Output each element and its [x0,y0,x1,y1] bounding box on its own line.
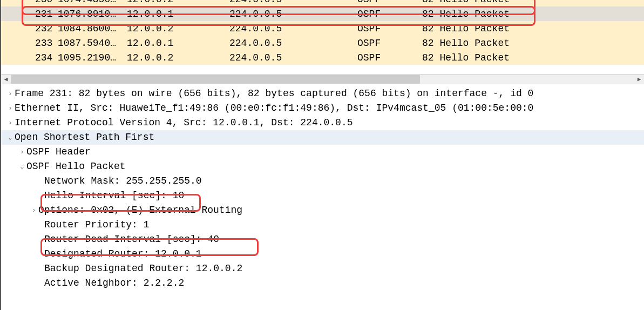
horizontal-scrollbar[interactable]: ◀ ▶ [1,74,644,84]
cell-proto: OSPF [357,22,422,36]
tree-label: Internet Protocol Version 4, Src: 12.0.0… [15,116,353,130]
cell-no: 233 [35,36,58,50]
cell-time: 1074.4850… [58,0,127,6]
tree-label: OSPF Hello Packet [26,159,126,174]
tree-leaf-active-neighbor[interactable]: Active Neighbor: 2.2.2.2 [1,276,644,291]
table-row [1,65,644,68]
table-row[interactable]: 233 1087.5940… 12.0.0.1 224.0.0.5 OSPF 8… [1,36,644,50]
cell-info: 82 Hello Packet [422,22,644,36]
tree-label: Open Shortest Path First [15,130,154,145]
tree-node-frame[interactable]: › Frame 231: 82 bytes on wire (656 bits)… [1,86,644,101]
chevron-down-icon[interactable]: ⌄ [18,159,26,174]
cell-info: 82 Hello Packet [422,0,644,6]
table-row[interactable]: 231 1076.8910… 12.0.0.1 224.0.0.5 OSPF 8… [1,6,644,21]
cell-no: 230 [35,0,58,6]
packet-list[interactable]: 230 1074.4850… 12.0.0.2 224.0.0.5 OSPF 8… [1,0,644,74]
cell-time: 1084.8600… [58,22,127,36]
cell-src: 12.0.0.1 [127,36,229,50]
cell-no: 231 [35,7,58,21]
chevron-right-icon[interactable]: › [18,145,26,159]
cell-proto: OSPF [357,36,422,50]
tree-label: Router Priority: 1 [44,218,149,232]
tree-label: Hello Interval [sec]: 10 [44,188,184,203]
cell-src: 12.0.0.2 [127,0,229,6]
tree-label: Designated Router: 12.0.0.1 [44,247,202,261]
cell-time: 1087.5940… [58,36,127,50]
tree-leaf-dead-interval[interactable]: Router Dead Interval [sec]: 40 [1,232,644,247]
chevron-right-icon[interactable]: › [30,203,38,218]
cell-no: 232 [35,22,58,36]
cell-proto: OSPF [357,0,422,6]
cell-src: 12.0.0.1 [127,7,229,21]
tree-label: Network Mask: 255.255.255.0 [44,174,202,188]
chevron-right-icon[interactable]: › [6,86,15,101]
cell-no: 234 [35,51,58,65]
cell-dst: 224.0.0.5 [229,0,357,6]
tree-label: Options: 0x02, (E) External Routing [38,203,242,218]
tree-leaf-designated-router[interactable]: Designated Router: 12.0.0.1 [1,247,644,261]
cell-info: 82 Hello Packet [422,51,644,65]
table-row[interactable]: 232 1084.8600… 12.0.0.2 224.0.0.5 OSPF 8… [1,21,644,36]
packet-details[interactable]: › Frame 231: 82 bytes on wire (656 bits)… [1,84,644,291]
tree-label: Frame 231: 82 bytes on wire (656 bits), … [15,86,533,101]
cell-dst: 224.0.0.5 [229,51,357,65]
tree-label: Active Neighbor: 2.2.2.2 [44,276,184,291]
tree-node-ethernet[interactable]: › Ethernet II, Src: HuaweiTe_f1:49:86 (0… [1,101,644,116]
table-row[interactable]: 230 1074.4850… 12.0.0.2 224.0.0.5 OSPF 8… [1,0,644,6]
cell-info: 82 Hello Packet [422,36,644,50]
cell-dst: 224.0.0.5 [229,7,357,21]
cell-time: 1076.8910… [58,7,127,21]
tree-leaf-hello-interval[interactable]: Hello Interval [sec]: 10 [1,188,644,203]
scroll-left-icon[interactable]: ◀ [1,75,11,84]
tree-node-ip[interactable]: › Internet Protocol Version 4, Src: 12.0… [1,116,644,130]
cell-time: 1095.2190… [58,51,127,65]
tree-leaf-backup-dr[interactable]: Backup Designated Router: 12.0.0.2 [1,261,644,276]
tree-node-ospf-header[interactable]: › OSPF Header [1,145,644,159]
tree-label: Backup Designated Router: 12.0.0.2 [44,261,242,276]
tree-leaf-network-mask[interactable]: Network Mask: 255.255.255.0 [1,174,644,188]
cell-src: 12.0.0.2 [127,51,229,65]
chevron-right-icon[interactable]: › [6,116,15,130]
tree-label: Ethernet II, Src: HuaweiTe_f1:49:86 (00:… [15,101,533,116]
tree-node-hello-packet[interactable]: ⌄ OSPF Hello Packet [1,159,644,174]
tree-node-ospf[interactable]: ⌄ Open Shortest Path First [1,130,644,145]
cell-src: 12.0.0.2 [127,22,229,36]
chevron-down-icon[interactable]: ⌄ [6,130,15,145]
tree-label: OSPF Header [26,145,91,159]
cell-proto: OSPF [357,51,422,65]
cell-dst: 224.0.0.5 [229,36,357,50]
cell-info: 82 Hello Packet [422,7,644,21]
scrollbar-thumb[interactable] [11,75,420,84]
tree-leaf-router-priority[interactable]: Router Priority: 1 [1,218,644,232]
tree-label: Router Dead Interval [sec]: 40 [44,232,219,247]
scroll-right-icon[interactable]: ▶ [634,75,644,84]
chevron-right-icon[interactable]: › [6,101,15,116]
table-row[interactable]: 234 1095.2190… 12.0.0.2 224.0.0.5 OSPF 8… [1,50,644,65]
tree-node-options[interactable]: › Options: 0x02, (E) External Routing [1,203,644,218]
cell-dst: 224.0.0.5 [229,22,357,36]
cell-proto: OSPF [357,7,422,21]
